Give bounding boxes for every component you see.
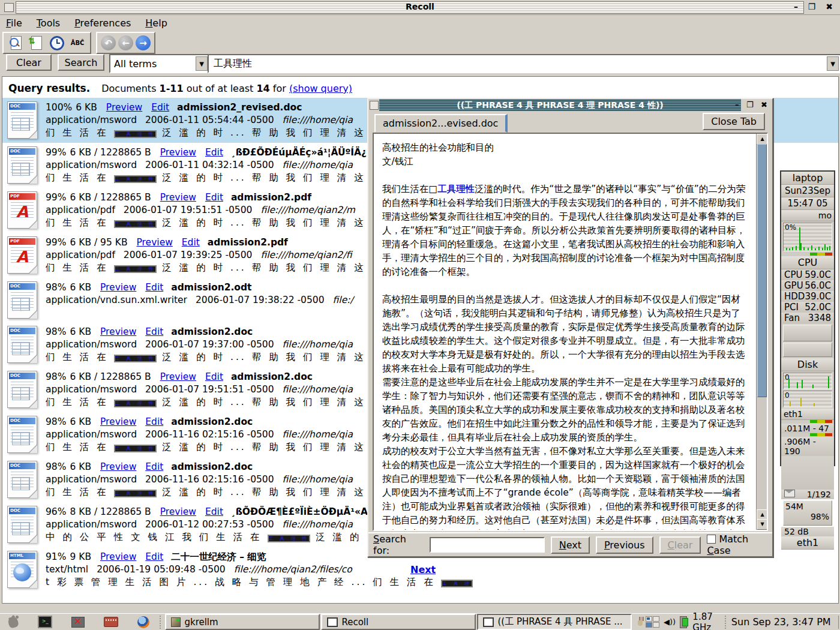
preview-scrollbar[interactable]: ▲ ▲ ▼ [756, 134, 767, 530]
find-previous-button[interactable]: Previous [596, 536, 653, 554]
workspace-1[interactable] [646, 616, 652, 622]
preview-link[interactable]: Preview [160, 371, 196, 382]
file-type-icon: PDF A [7, 191, 37, 229]
nav-forward-button[interactable]: → [136, 35, 151, 50]
show-query-link[interactable]: (show query) [289, 83, 352, 94]
fan-label: Fan [784, 313, 800, 323]
abc-spell-icon: ÅBĈ [71, 40, 85, 46]
toolbar: ⇅ ÅBĈ ↶ ← → [2, 32, 155, 54]
gnome-menu-button[interactable] [7, 616, 19, 629]
result-filename: admission2.doc [171, 326, 253, 337]
preview-link[interactable]: Preview [160, 506, 196, 517]
file-date: 2006-01-07 19:51:51 -0500 [145, 384, 274, 395]
fan-panel2 [783, 343, 832, 357]
search-mode-combobox[interactable]: All terms ▼ [109, 54, 210, 73]
preview-link[interactable]: Preview [160, 192, 196, 203]
menu-file[interactable]: File [6, 17, 22, 29]
scroll-down-icon[interactable]: ▼ [757, 519, 768, 530]
menu-bar: FileToolsPreferencesHelp [0, 15, 840, 31]
preview-window-controls[interactable]: – ❐ ✖ [735, 100, 770, 109]
menu-help[interactable]: Help [145, 17, 167, 29]
taskbar-button-recoll[interactable]: Recoll [321, 614, 476, 630]
gkrellm-monitor[interactable]: laptop Sun23Sep 15:47 05 mo 0% CPU CPU59… [780, 170, 835, 466]
edit-link[interactable]: Edit [145, 326, 163, 337]
preview-text-area[interactable]: 高校招生的社会功能和目的文/钱江我们生活在□工具理性泛滥的时代。作为“世之显学”… [373, 133, 768, 531]
preview-titlebar[interactable]: ((工 PHRASE 4 具 PHRASE 4 理 PHRASE 4 性)) –… [368, 99, 772, 111]
workspace-2[interactable] [653, 616, 659, 622]
match-case-checkbox[interactable] [707, 535, 716, 544]
system-tray: ◀)) 1.87 GHz [637, 611, 719, 630]
edit-link[interactable]: Edit [145, 551, 163, 562]
matched-term: 工 具 理 性 [114, 400, 157, 407]
menu-tools[interactable]: Tools [37, 17, 60, 29]
scroll-up-icon[interactable]: ▲ [757, 134, 768, 145]
preview-link[interactable]: Preview [100, 282, 136, 293]
firefox-launcher[interactable] [137, 616, 149, 629]
preview-link[interactable]: Preview [160, 147, 196, 158]
taskbar: >_ gkrellmRecoll((工 PHRASE 4 具 PHRASE ..… [0, 613, 840, 630]
taskbar-button-gkrellm[interactable]: gkrellm [165, 614, 320, 630]
file-url: file:///home/qia [283, 160, 353, 170]
match-case-option[interactable]: Match Case [707, 533, 772, 556]
find-next-button[interactable]: Next [551, 536, 590, 554]
edit-link[interactable]: Edit [205, 506, 223, 517]
taskbar-clock[interactable]: Sun Sep 23, 3:47 PM [731, 616, 831, 628]
file-type-icon: DOC [7, 371, 37, 408]
preview-link[interactable]: Preview [106, 102, 142, 113]
menu-preferences[interactable]: Preferences [74, 17, 131, 29]
preview-link[interactable]: Preview [100, 326, 136, 337]
file-type-icon: DOC [7, 461, 37, 498]
edit-link[interactable]: Edit [205, 192, 223, 203]
clear-button[interactable]: Clear [6, 54, 52, 71]
power-plug-icon[interactable] [637, 617, 641, 628]
volume-icon[interactable]: ◀)) [664, 617, 676, 626]
print-launcher[interactable] [104, 616, 118, 629]
preview-link[interactable]: Preview [100, 461, 136, 472]
nav-back-button[interactable]: ← [118, 35, 133, 50]
terminal-launcher[interactable]: >_ [38, 616, 52, 629]
disk2-label: 0 [785, 391, 790, 400]
file-size: 6 KB / 1228865 B [70, 147, 151, 158]
show-results-button[interactable] [7, 35, 25, 51]
terminal-icon: >_ [38, 616, 52, 628]
edit-link[interactable]: Edit [151, 102, 169, 113]
preview-link[interactable]: Preview [137, 237, 173, 248]
edit-link[interactable]: Edit [205, 371, 223, 382]
edit-link[interactable]: Edit [145, 461, 163, 472]
preview-tab[interactable]: admission2...evised.doc [374, 114, 508, 133]
taskbar-button-preview[interactable]: ((工 PHRASE 4 具 PHRASE ... [477, 614, 632, 630]
result-filename: ¸ßÕÐÖÆ¶È£ºÏiÈ±ÖÐµÄ¹«A [231, 506, 368, 517]
edit-link[interactable]: Edit [205, 147, 223, 158]
edit-link[interactable]: Edit [145, 282, 163, 293]
file-date: 2006-01-07 19:37:00 -0500 [145, 339, 274, 350]
find-input[interactable] [430, 537, 545, 553]
sort-button[interactable]: ⇅ [28, 35, 46, 51]
preview-link[interactable]: Preview [100, 551, 136, 562]
workspace-3[interactable] [646, 622, 652, 628]
query-chevron-down-icon[interactable]: ▼ [827, 56, 839, 71]
history-button[interactable] [48, 35, 66, 51]
lock-screen-launcher[interactable] [71, 616, 85, 629]
mime-type: application/msword [46, 429, 137, 440]
workspace-pager[interactable] [646, 616, 659, 628]
scrollbar-thumb[interactable] [757, 144, 767, 397]
query-input[interactable]: 工具理性 ▼ [208, 54, 840, 73]
preview-window-menu-button[interactable] [370, 101, 379, 110]
search-button[interactable]: Search [58, 54, 104, 71]
close-tab-button[interactable]: Close Tab [703, 113, 765, 130]
edit-link[interactable]: Edit [182, 237, 200, 248]
nav-first-button[interactable]: ↶ [101, 35, 116, 50]
file-type-icon: DOC [7, 326, 37, 363]
term-explorer-button[interactable]: ÅBĈ [68, 35, 86, 51]
relevance-percent: 99% [46, 237, 66, 248]
workspace-4[interactable] [653, 622, 659, 628]
cpu-monitor-icon[interactable] [680, 616, 687, 628]
next-page-link[interactable]: Next [410, 564, 436, 575]
typewriter-icon [104, 617, 118, 627]
chevron-down-icon[interactable]: ▼ [196, 56, 208, 71]
window-controls[interactable]: – ❐ ✖ [794, 2, 836, 11]
taskbar-separator[interactable] [158, 616, 161, 629]
preview-search-bar: Search for: Next Previous Clear Match Ca… [368, 532, 772, 556]
preview-link[interactable]: Preview [100, 416, 136, 427]
edit-link[interactable]: Edit [145, 416, 163, 427]
